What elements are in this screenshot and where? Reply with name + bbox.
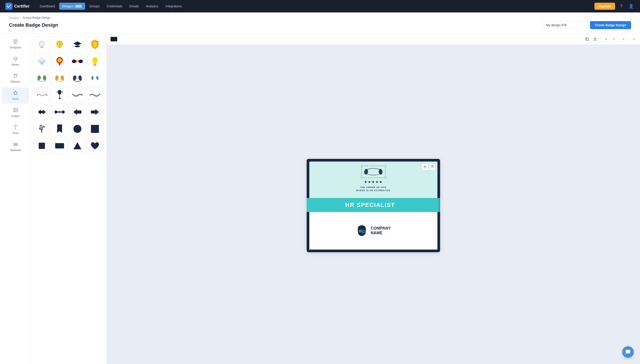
user-icon[interactable]: 👤	[627, 3, 635, 10]
icon-cell-swirl-dots[interactable]	[34, 87, 50, 103]
nav-analytics[interactable]: Analytics	[143, 3, 162, 10]
sidebar-item-ribbons[interactable]: Ribbons	[2, 70, 29, 86]
icon-cell-rectangle[interactable]	[52, 138, 68, 154]
handle-bm[interactable]	[372, 177, 374, 179]
color-swatch[interactable]	[110, 37, 117, 42]
icon-cell-bookmark[interactable]	[52, 121, 68, 137]
handle-tr[interactable]	[385, 165, 386, 166]
icon-cell-diamond[interactable]	[34, 53, 50, 69]
page-header: Designs / Create Badge Design Create Bad…	[0, 12, 640, 34]
nav-right: Upgrade ? 👤	[594, 3, 635, 10]
icon-cell-square-sm[interactable]	[34, 138, 50, 154]
nav-credentials[interactable]: Credentials	[103, 3, 125, 10]
sidebar-item-attributes[interactable]: Attributes	[2, 139, 29, 155]
icon-cell-laurel-gold[interactable]	[52, 70, 68, 86]
icons-label: Icons	[12, 97, 19, 100]
icon-cell-medal-ribbon[interactable]: 1	[52, 53, 68, 69]
copy-btn[interactable]	[429, 164, 435, 170]
designs-badge: NEW	[75, 5, 82, 8]
bases-icon	[13, 56, 18, 62]
canvas-viewport[interactable]: ★★★★★ THE OWNER OF THIS BADGE IS AN ACCR…	[107, 45, 640, 364]
icon-cell-triangle[interactable]	[69, 138, 85, 154]
templates-label: Templates	[9, 46, 22, 49]
icon-cell-laurel-green[interactable]	[34, 70, 50, 86]
icon-cell-arrows-both[interactable]	[52, 104, 68, 120]
create-badge-button[interactable]: Create Badge Design	[590, 21, 631, 29]
canvas-toolbar	[107, 34, 640, 45]
toolbar-right	[583, 36, 636, 43]
ribbons-icon	[13, 73, 18, 79]
icon-cell-medal-silver[interactable]	[34, 36, 50, 52]
toolbar-separator-2	[619, 37, 619, 41]
delete-button[interactable]	[591, 36, 599, 43]
svg-point-35	[37, 95, 38, 96]
icon-cell-wave-left[interactable]	[69, 87, 85, 103]
duplicate-button[interactable]	[583, 36, 591, 43]
app-logo[interactable]: Certifier	[5, 3, 30, 10]
handle-br[interactable]	[385, 177, 386, 179]
svg-rect-45	[424, 166, 426, 168]
icon-cell-arrow-left[interactable]	[69, 104, 85, 120]
attributes-icon	[13, 142, 18, 147]
icon-cell-heart[interactable]	[87, 138, 103, 154]
nav-integrations[interactable]: Integrations	[162, 3, 185, 10]
texts-label: Texts	[12, 132, 19, 135]
icon-panel: 1	[31, 34, 107, 364]
svg-marker-21	[73, 41, 81, 46]
breadcrumb-current: Create Badge Design	[23, 16, 51, 19]
sidebar-item-bases[interactable]: Bases	[2, 53, 29, 69]
icon-cell-laurel-blue[interactable]	[87, 70, 103, 86]
svg-point-16	[40, 42, 44, 46]
svg-rect-33	[94, 64, 96, 65]
toolbar-separator-1	[600, 37, 601, 41]
svg-rect-37	[59, 98, 61, 99]
move-down-button[interactable]	[602, 36, 609, 43]
handle-bl[interactable]	[360, 177, 362, 179]
icon-cell-grass[interactable]	[34, 121, 50, 137]
icon-cell-shield[interactable]	[87, 36, 103, 52]
copy-style-btn[interactable]	[422, 164, 428, 170]
icon-cell-arrows-cross[interactable]	[34, 104, 50, 120]
svg-rect-0	[5, 3, 13, 10]
selected-laurel[interactable]	[361, 166, 386, 178]
svg-rect-44	[586, 38, 589, 41]
icon-cell-wave-right[interactable]	[87, 87, 103, 103]
icon-cell-arrow-right[interactable]	[87, 104, 103, 120]
icon-cell-graduation[interactable]	[69, 36, 85, 52]
svg-rect-41	[39, 143, 45, 149]
icon-cell-laurel-dark[interactable]	[69, 70, 85, 86]
icon-cell-medal-gold[interactable]: 1	[52, 36, 68, 52]
undo-button[interactable]	[621, 36, 628, 43]
header-actions: Create Badge Design	[543, 21, 631, 29]
sidebar-item-images[interactable]: Images	[2, 104, 29, 121]
nav-emails[interactable]: Emails	[126, 3, 142, 10]
svg-point-29	[72, 60, 76, 63]
help-icon[interactable]: ?	[618, 3, 625, 10]
ribbon-text: HR SPECIALIST	[307, 202, 436, 208]
redo-button[interactable]	[629, 36, 636, 43]
handle-tl[interactable]	[360, 165, 362, 166]
chat-bubble[interactable]	[622, 346, 634, 358]
sidebar-item-icons[interactable]: Icons	[2, 87, 29, 104]
nav-dashboard[interactable]: Dashboard	[37, 3, 58, 10]
page-title: Create Badge Design	[9, 22, 58, 28]
sidebar-item-templates[interactable]: Templates	[2, 36, 29, 52]
page-header-row: Create Badge Design Create Badge Design	[9, 21, 631, 29]
icon-cell-square[interactable]	[87, 121, 103, 137]
move-up-button[interactable]	[610, 36, 617, 43]
nav-groups[interactable]: Groups	[86, 3, 103, 10]
icon-cell-circle[interactable]	[69, 121, 85, 137]
sidebar-item-texts[interactable]: Texts	[2, 122, 29, 138]
breadcrumb-parent[interactable]: Designs	[9, 16, 19, 19]
breadcrumb: Designs / Create Badge Design	[9, 16, 631, 19]
badge-canvas[interactable]: ★★★★★ THE OWNER OF THIS BADGE IS AN ACCR…	[307, 159, 440, 252]
svg-point-30	[79, 60, 83, 63]
nav-designs[interactable]: Designs NEW	[59, 3, 85, 10]
icon-cell-lightbulb[interactable]	[87, 53, 103, 69]
upgrade-button[interactable]: Upgrade	[594, 3, 615, 10]
icon-cell-ribbon-wings[interactable]	[69, 53, 85, 69]
handle-tm[interactable]	[372, 165, 374, 166]
badge-subtext: THE OWNER OF THIS BADGE IS AN ACCREDITED	[356, 186, 390, 192]
icon-cell-trident[interactable]	[52, 87, 68, 103]
design-name-input[interactable]	[543, 21, 587, 29]
